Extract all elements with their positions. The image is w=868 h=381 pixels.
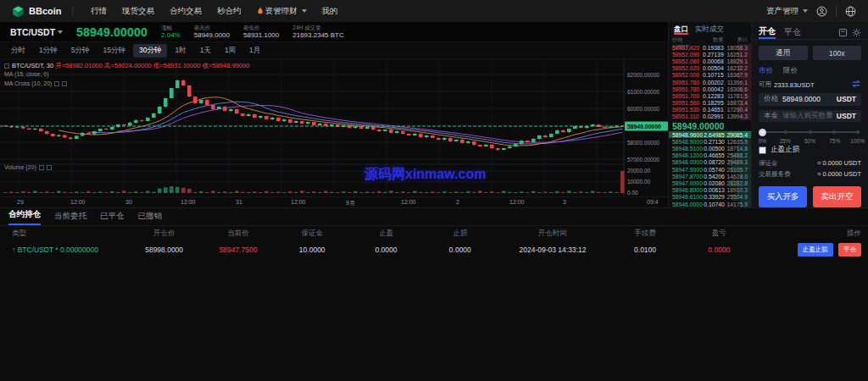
volume-bar [324,191,328,193]
volume-bar [300,190,304,193]
price-value[interactable]: 58949.0000 [782,95,837,103]
tab-open-position[interactable]: 开仓 [759,25,776,39]
orderbook-ask-row[interactable]: 58952.0900.2713916251.2 [669,51,751,58]
nav-item-spot[interactable]: 现货交易 [122,6,154,17]
leverage-button[interactable]: 100x [813,46,862,60]
orderbook-bid-row[interactable]: 58947.90000.0574026105.7 [669,166,751,173]
volume-bar [27,192,31,193]
amount-placeholder[interactable]: 请输入购买数量 [782,111,837,121]
tab-cancelled[interactable]: 已撤销 [138,211,163,225]
open-price: 58998.0000 [127,246,201,254]
transfer-icon[interactable] [851,80,861,90]
time-axis-label: 3 [563,199,566,205]
orderbook-bid-row[interactable]: 58948.90000.2713012635.9 [669,138,751,145]
amount-slider[interactable]: 0% 25% 50% 75% 100% [760,127,860,141]
orderbook-ask-row[interactable]: 58952.0800.0006818829.1 [669,58,751,64]
user-icon[interactable] [816,6,827,17]
tf-15m[interactable]: 15分钟 [97,44,131,58]
orderbook-bid-row[interactable]: 58946.80000.0061318910.3 [669,187,751,194]
volume-bar [609,191,613,193]
amount-input[interactable]: 本金 请输入购买数量 USDT [759,110,861,123]
candle [69,137,73,139]
margin-mode-button[interactable]: 通用 [759,46,808,60]
tab-closed[interactable]: 已平仓 [100,211,125,225]
orderbook-ask-row[interactable]: 58951.1100.0299113994.3 [669,113,751,120]
gear-icon[interactable] [852,28,861,37]
tab-open-orders[interactable]: 当前委托 [54,211,86,225]
orderbook-ask-row[interactable]: 58951.5300.1465117290.4 [669,107,751,113]
orderbook-ask-row[interactable]: 58952.0000.1071516367.9 [669,72,751,79]
orderbook-bid-row[interactable]: 58948.12000.4665525488.2 [669,152,751,159]
symbol-selector[interactable]: BTC/USDT [10,27,63,37]
watermark: 源码网xinmaw.com [364,166,486,184]
globe-language-icon[interactable] [845,6,856,17]
nav-item-mine[interactable]: 我的 [322,6,338,17]
tf-time[interactable]: 分时 [5,44,31,58]
asset-management-menu[interactable]: 资产管理 [766,6,808,17]
nav-item-wealth[interactable]: 资管理财 [257,6,307,17]
orderbook-ask-row[interactable]: 58951.7000.1228311781.5 [669,92,751,99]
slider-tick-25[interactable] [783,130,788,135]
volume-bar [342,191,346,193]
nav-item-contract[interactable]: 合约交易 [170,6,202,17]
buy-long-button[interactable]: 买入开多 [759,186,807,207]
orderbook-ask-row[interactable]: 58951.7800.0020211396.1 [669,79,751,86]
price-axis-label: 62000.00000 [627,72,659,78]
tf-1w[interactable]: 1周 [219,44,242,58]
eye-icon[interactable] [39,165,44,170]
time-axis[interactable]: 2912:003012:003112:009月12:00212:00309:4 [0,196,668,207]
order-type-market[interactable]: 市价 [759,66,773,76]
volume-bar [413,191,417,193]
price-input[interactable]: 价格 58949.0000 USDT [759,93,861,106]
orderbook-bid-row[interactable]: 58948.51000.0050018714.8 [669,145,751,152]
volume-bar [597,192,601,193]
volume-bar [543,191,548,193]
eye-icon[interactable] [54,81,59,86]
candle [45,131,49,134]
tf-30m-selected[interactable]: 30分钟 [133,44,167,58]
volume-bar [81,192,85,193]
volume-bar [164,187,168,193]
tab-orderbook[interactable]: 盘口 [674,25,688,35]
orderbook-bid-row[interactable]: 58946.00000.1074014175.9 [669,201,751,207]
slider-tick-100[interactable] [856,130,861,135]
tab-close-position[interactable]: 平仓 [784,25,801,39]
tf-1m[interactable]: 1分钟 [33,44,64,58]
orderbook-bid-row[interactable]: 58946.61000.3392925504.9 [669,194,751,201]
orderbook-ask-row[interactable]: 58951.5600.1829516873.4 [669,100,751,107]
orderbook-ask-row[interactable]: 58952.0200.0050416232.2 [669,65,751,72]
close-position-button[interactable]: 平仓 [838,243,861,257]
brand-logo[interactable]: BBcoin [12,5,62,18]
settings-icon[interactable] [47,165,52,170]
orderbook-ask-row[interactable]: 58952.4200.1938318058.3 [669,44,751,51]
time-axis-label: 12:00 [181,199,196,205]
orderbook-bid-row[interactable]: 58947.87000.5420614628.0 [669,173,751,179]
volume-bar [39,192,43,193]
tab-trades[interactable]: 实时成交 [695,25,724,35]
volume-bar [496,192,500,193]
tpsl-checkbox[interactable] [759,146,766,154]
tf-5m[interactable]: 5分钟 [65,44,96,58]
candlestick-chart[interactable]: 58949.0000062000.0000061000.0000060000.0… [0,59,668,196]
tf-1h[interactable]: 1时 [169,44,192,58]
orderbook-ask-row[interactable]: 58951.7800.0004216306.6 [669,86,751,92]
candle [140,120,144,121]
orderbook-bid-row[interactable]: 58947.00000.0208028282.8 [669,179,751,186]
tf-1d[interactable]: 1天 [194,44,217,58]
orderbook-bid-row[interactable]: 58948.00000.0872029489.3 [669,159,751,166]
settings-icon[interactable] [62,81,67,86]
candle [199,100,203,103]
candle [110,127,114,130]
slider-handle[interactable] [759,129,766,136]
tf-1mo[interactable]: 1月 [243,44,266,58]
candle [478,145,482,146]
sell-short-button[interactable]: 卖出开空 [813,186,861,207]
calculator-icon[interactable] [838,28,848,37]
tpsl-action-button[interactable]: 止盈止损 [798,243,833,257]
slider-tick-50[interactable] [808,130,813,135]
orderbook-bid-row[interactable]: 58948.96002.6498529085.4 [669,131,751,138]
tab-positions[interactable]: 合约持仓 [8,209,41,225]
nav-item-seconds[interactable]: 秒合约 [217,6,242,17]
order-type-limit[interactable]: 限价 [783,66,798,76]
nav-item-market[interactable]: 行情 [91,6,107,17]
